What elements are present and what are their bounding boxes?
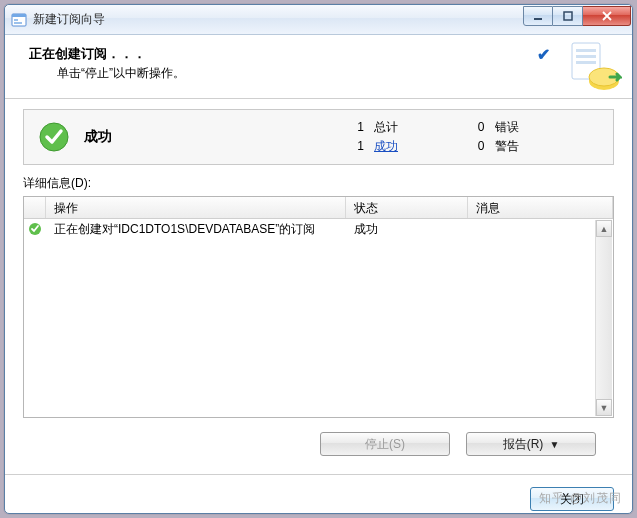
titlebar: 新建订阅向导 <box>5 5 632 35</box>
summary-error-label: 错误 <box>495 120 519 134</box>
col-state[interactable]: 状态 <box>346 197 468 218</box>
svg-rect-1 <box>12 14 26 17</box>
app-icon <box>11 12 27 28</box>
window-buttons <box>523 5 632 34</box>
summary-col-right: 0错误 0警告 <box>469 118 600 156</box>
header-subtitle: 单击“停止”以中断操作。 <box>57 65 614 82</box>
close-button[interactable]: 关闭 <box>530 487 614 511</box>
checkmark-icon: ✔ <box>537 45 550 64</box>
svg-rect-2 <box>14 19 18 21</box>
button-row: 停止(S) 报告(R)▼ <box>23 418 614 462</box>
row-state: 成功 <box>346 221 468 238</box>
minimize-button[interactable] <box>523 6 553 26</box>
svg-rect-9 <box>576 61 596 64</box>
summary-warning-label: 警告 <box>495 139 519 153</box>
content-area: 成功 1总计 1成功 0错误 0警告 详细信息(D): 操作 状态 消息 <box>5 99 632 468</box>
dialog-footer: 关闭 <box>5 474 632 518</box>
col-icon[interactable] <box>24 197 46 218</box>
chevron-down-icon: ▼ <box>549 439 559 450</box>
svg-rect-5 <box>564 12 572 20</box>
svg-rect-8 <box>576 55 596 58</box>
summary-panel: 成功 1总计 1成功 0错误 0警告 <box>23 109 614 165</box>
report-button[interactable]: 报告(R)▼ <box>466 432 596 456</box>
row-success-icon <box>28 222 42 236</box>
grid-row[interactable]: 正在创建对“IDC1DTO1S\DEVDATABASE”的订阅 成功 <box>24 219 613 239</box>
col-message[interactable]: 消息 <box>468 197 613 218</box>
summary-status: 成功 <box>84 128 324 146</box>
summary-col-left: 1总计 1成功 <box>338 118 469 156</box>
scroll-down-icon[interactable]: ▼ <box>596 399 612 416</box>
summary-success-link[interactable]: 成功 <box>374 139 398 153</box>
header-art-icon <box>566 41 622 93</box>
dialog-window: 新建订阅向导 正在创建订阅．．． 单击“停止”以中断操作。 ✔ 成功 <box>4 4 633 514</box>
close-window-button[interactable] <box>583 6 631 26</box>
details-label: 详细信息(D): <box>23 175 614 192</box>
col-operation[interactable]: 操作 <box>46 197 346 218</box>
success-icon <box>38 121 70 153</box>
svg-rect-7 <box>576 49 596 52</box>
window-title: 新建订阅向导 <box>33 11 105 28</box>
stop-button[interactable]: 停止(S) <box>320 432 450 456</box>
grid-header: 操作 状态 消息 <box>24 197 613 219</box>
svg-rect-4 <box>534 18 542 20</box>
details-grid: 操作 状态 消息 正在创建对“IDC1DTO1S\DEVDATABASE”的订阅… <box>23 196 614 418</box>
vertical-scrollbar[interactable]: ▲ ▼ <box>595 220 612 416</box>
wizard-header: 正在创建订阅．．． 单击“停止”以中断操作。 ✔ <box>5 35 632 99</box>
header-title: 正在创建订阅．．． <box>29 45 614 63</box>
maximize-button[interactable] <box>553 6 583 26</box>
summary-total-label: 总计 <box>374 120 398 134</box>
scroll-up-icon[interactable]: ▲ <box>596 220 612 237</box>
row-operation: 正在创建对“IDC1DTO1S\DEVDATABASE”的订阅 <box>46 221 346 238</box>
svg-rect-3 <box>14 22 22 24</box>
